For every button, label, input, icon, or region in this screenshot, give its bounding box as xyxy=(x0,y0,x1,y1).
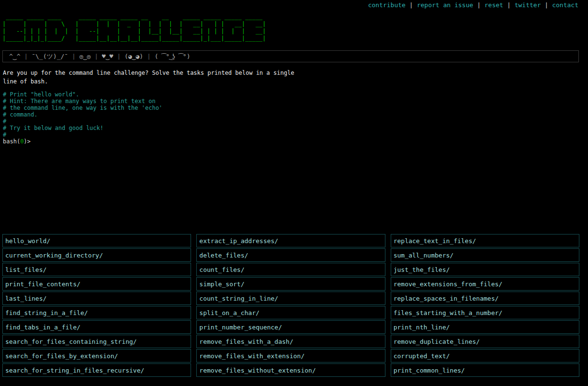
challenge-link-extract_ip_addresses[interactable]: extract_ip_addresses/ xyxy=(199,237,278,245)
challenge-description: # Print "hello world". # Hint: There are… xyxy=(3,91,588,138)
challenge-cell: print_common_lines/ xyxy=(391,363,579,377)
emoticon: ◎‿◎ xyxy=(79,53,90,60)
challenge-link-find_string_in_a_file[interactable]: find_string_in_a_file/ xyxy=(5,309,88,316)
intro-text: Are you up for the command line challeng… xyxy=(3,69,588,86)
emoticon-separator: | xyxy=(143,53,154,60)
challenge-cell: simple_sort/ xyxy=(196,277,385,291)
challenge-link-remove_files_with_a_dash[interactable]: remove_files_with_a_dash/ xyxy=(199,338,293,345)
challenge-cell: remove_files_with_extension/ xyxy=(196,349,385,363)
nav-separator: | xyxy=(406,1,417,9)
challenge-cell: remove_files_without_extension/ xyxy=(196,363,385,377)
challenge-link-hello_world[interactable]: hello_world/ xyxy=(5,237,50,245)
challenge-cell: last_lines/ xyxy=(2,292,191,305)
challenge-link-remove_duplicate_lines[interactable]: remove_duplicate_lines/ xyxy=(394,338,480,345)
emoticon: ( ͡° ͜ʖ ͡°) xyxy=(155,53,191,60)
nav-link-twitter[interactable]: twitter xyxy=(515,1,541,9)
challenge-link-count_files[interactable]: count_files/ xyxy=(199,266,244,273)
challenge-cell: current_working_directory/ xyxy=(2,248,191,262)
challenge-column-2: extract_ip_addresses/delete_files/count_… xyxy=(196,234,385,377)
challenge-cell: find_tabs_in_a_file/ xyxy=(2,320,191,334)
nav-separator: | xyxy=(473,1,484,9)
challenge-link-print_common_lines[interactable]: print_common_lines/ xyxy=(394,367,465,374)
nav-link-reset[interactable]: reset xyxy=(484,1,503,9)
emoticon-separator: | xyxy=(91,53,102,60)
challenge-cell: print_number_sequence/ xyxy=(196,320,385,334)
challenge-cell: count_files/ xyxy=(196,263,385,276)
challenge-link-print_number_sequence[interactable]: print_number_sequence/ xyxy=(199,324,282,331)
challenge-grid: hello_world/current_working_directory/li… xyxy=(2,234,579,377)
challenge-cell: count_string_in_line/ xyxy=(196,292,385,305)
nav-separator: | xyxy=(541,1,552,9)
challenge-cell: remove_files_with_a_dash/ xyxy=(196,335,385,348)
challenge-cell: remove_extensions_from_files/ xyxy=(391,277,579,291)
challenge-link-print_file_contents[interactable]: print_file_contents/ xyxy=(5,281,81,288)
challenge-column-1: hello_world/current_working_directory/li… xyxy=(2,234,191,377)
prompt-suffix: )> xyxy=(24,138,34,145)
nav-separator: | xyxy=(503,1,514,9)
emoticon-bar: ^‿^ | ¯\_(ツ)_/¯ | ◎‿◎ | ♥‿♥ | (◕‿◕) | ( … xyxy=(2,50,579,62)
challenge-link-remove_files_with_extension[interactable]: remove_files_with_extension/ xyxy=(199,352,304,360)
challenge-cell: replace_spaces_in_filenames/ xyxy=(391,292,579,305)
challenge-link-split_on_a_char[interactable]: split_on_a_char/ xyxy=(199,309,259,316)
challenge-cell: just_the_files/ xyxy=(391,263,579,276)
challenge-column-3: replace_text_in_files/sum_all_numbers/ju… xyxy=(391,234,579,377)
challenge-cell: delete_files/ xyxy=(196,248,385,262)
challenge-cell: list_files/ xyxy=(2,263,191,276)
challenge-link-current_working_directory[interactable]: current_working_directory/ xyxy=(5,252,103,259)
emoticon-separator: | xyxy=(68,53,79,60)
challenge-link-last_lines[interactable]: last_lines/ xyxy=(5,295,47,302)
nav-link-contribute[interactable]: contribute xyxy=(368,1,406,9)
challenge-link-search_for_string_in_files_recursive[interactable]: search_for_string_in_files_recursive/ xyxy=(5,367,144,374)
challenge-link-corrupted_text[interactable]: corrupted_text/ xyxy=(394,352,450,360)
challenge-link-simple_sort[interactable]: simple_sort/ xyxy=(199,281,244,288)
challenge-link-remove_extensions_from_files[interactable]: remove_extensions_from_files/ xyxy=(394,281,503,288)
emoticon: ¯\_(ツ)_/¯ xyxy=(32,53,68,60)
spacer xyxy=(0,145,588,234)
challenge-link-find_tabs_in_a_file[interactable]: find_tabs_in_a_file/ xyxy=(5,324,81,331)
challenge-cell: print_file_contents/ xyxy=(2,277,191,291)
challenge-cell: corrupted_text/ xyxy=(391,349,579,363)
terminal-prompt[interactable]: bash(0)> xyxy=(3,138,588,145)
challenge-cell: remove_duplicate_lines/ xyxy=(391,335,579,348)
emoticon: ^‿^ xyxy=(9,53,20,60)
challenge-link-list_files[interactable]: list_files/ xyxy=(5,266,47,273)
challenge-cell: search_for_string_in_files_recursive/ xyxy=(2,363,191,377)
emoticon: ♥‿♥ xyxy=(102,53,113,60)
challenge-link-search_for_files_by_extension[interactable]: search_for_files_by_extension/ xyxy=(5,352,118,360)
challenge-link-replace_spaces_in_filenames[interactable]: replace_spaces_in_filenames/ xyxy=(394,295,499,302)
challenge-cell: search_for_files_by_extension/ xyxy=(2,349,191,363)
nav-link-contact[interactable]: contact xyxy=(552,1,578,9)
challenge-link-print_nth_line[interactable]: print_nth_line/ xyxy=(394,324,450,331)
challenge-link-count_string_in_line[interactable]: count_string_in_line/ xyxy=(199,295,278,302)
challenge-link-search_for_files_containing_string[interactable]: search_for_files_containing_string/ xyxy=(5,338,137,345)
challenge-cell: hello_world/ xyxy=(2,234,191,247)
challenge-cell: sum_all_numbers/ xyxy=(391,248,579,262)
challenge-link-files_starting_with_a_number[interactable]: files_starting_with_a_number/ xyxy=(394,309,503,316)
challenge-cell: files_starting_with_a_number/ xyxy=(391,306,579,319)
nav-link-report-an-issue[interactable]: report an issue xyxy=(417,1,473,9)
challenge-cell: search_for_files_containing_string/ xyxy=(2,335,191,348)
challenge-cell: print_nth_line/ xyxy=(391,320,579,334)
challenge-cell: extract_ip_addresses/ xyxy=(196,234,385,247)
challenge-cell: find_string_in_a_file/ xyxy=(2,306,191,319)
challenge-link-sum_all_numbers[interactable]: sum_all_numbers/ xyxy=(394,252,454,259)
emoticon: (◕‿◕) xyxy=(124,53,143,60)
prompt-prefix: bash( xyxy=(3,138,20,145)
emoticon-separator: | xyxy=(20,53,31,60)
challenge-link-remove_files_without_extension[interactable]: remove_files_without_extension/ xyxy=(199,367,316,374)
top-nav: contribute | report an issue | reset | t… xyxy=(0,0,588,9)
emoticon-separator: | xyxy=(113,53,124,60)
ascii-logo: _____ _____ ____ _____ _____ _____ __ __… xyxy=(2,13,588,42)
challenge-link-replace_text_in_files[interactable]: replace_text_in_files/ xyxy=(394,237,476,245)
challenge-cell: split_on_a_char/ xyxy=(196,306,385,319)
challenge-link-delete_files[interactable]: delete_files/ xyxy=(199,252,248,259)
challenge-link-just_the_files[interactable]: just_the_files/ xyxy=(394,266,450,273)
challenge-cell: replace_text_in_files/ xyxy=(391,234,579,247)
